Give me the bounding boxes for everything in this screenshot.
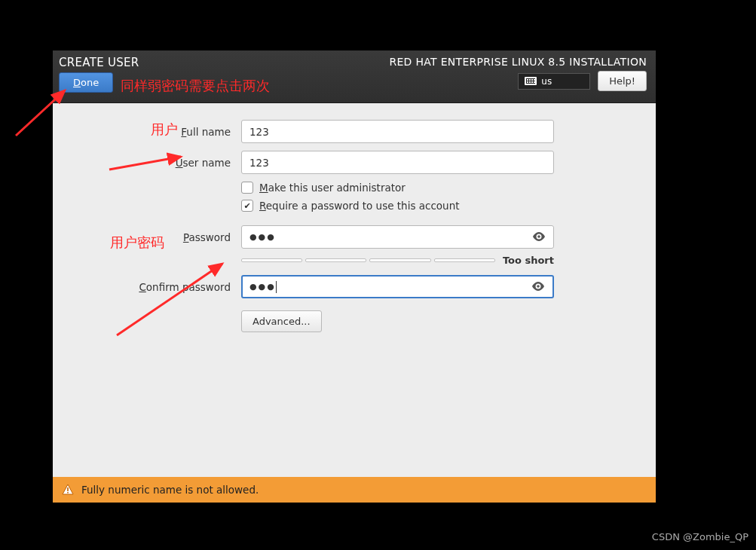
form-content: Full name User name Make this user admin… xyxy=(53,103,656,477)
show-password-icon[interactable] xyxy=(532,231,546,243)
confirm-password-value: ●●● xyxy=(249,282,276,292)
password-strength-text: Too short xyxy=(503,255,554,266)
warning-text: Fully numeric name is not allowed. xyxy=(81,484,259,496)
page-title: CREATE USER xyxy=(59,56,139,69)
svg-rect-3 xyxy=(67,492,69,493)
confirm-password-label: Confirm password xyxy=(98,281,241,293)
advanced-button[interactable]: Advanced... xyxy=(241,310,322,332)
keyboard-icon xyxy=(525,77,537,85)
full-name-input[interactable] xyxy=(241,120,554,143)
done-button-rest: one xyxy=(81,77,99,88)
password-label: Password xyxy=(98,231,241,243)
warning-bar: Fully numeric name is not allowed. xyxy=(53,477,656,503)
require-password-checkbox[interactable] xyxy=(241,200,253,212)
user-name-input[interactable] xyxy=(241,151,554,174)
admin-checkbox[interactable] xyxy=(241,182,253,194)
full-name-label: Full name xyxy=(98,126,241,138)
password-value: ●●● xyxy=(249,232,276,242)
require-password-checkbox-label: Require a password to use this account xyxy=(259,200,460,212)
header-bar: CREATE USER Done RED HAT ENTERPRISE LINU… xyxy=(53,50,656,103)
svg-point-0 xyxy=(537,235,540,238)
warning-icon xyxy=(62,484,74,496)
done-button[interactable]: Done xyxy=(59,72,113,93)
password-strength-meter xyxy=(241,258,495,262)
password-input[interactable]: ●●● xyxy=(241,225,554,249)
keyboard-layout-selector[interactable]: us xyxy=(518,73,590,90)
installer-window: CREATE USER Done RED HAT ENTERPRISE LINU… xyxy=(53,50,656,503)
keyboard-layout-label: us xyxy=(541,76,552,87)
svg-point-1 xyxy=(537,285,540,288)
admin-checkbox-label: Make this user administrator xyxy=(259,182,406,194)
user-name-label: User name xyxy=(98,157,241,169)
help-button[interactable]: Help! xyxy=(598,71,647,91)
svg-rect-2 xyxy=(67,487,69,491)
installation-title: RED HAT ENTERPRISE LINUX 8.5 INSTALLATIO… xyxy=(389,56,647,68)
watermark: CSDN @Zombie_QP xyxy=(652,531,748,542)
confirm-password-input[interactable]: ●●● xyxy=(241,275,554,298)
show-confirm-password-icon[interactable] xyxy=(531,281,545,293)
